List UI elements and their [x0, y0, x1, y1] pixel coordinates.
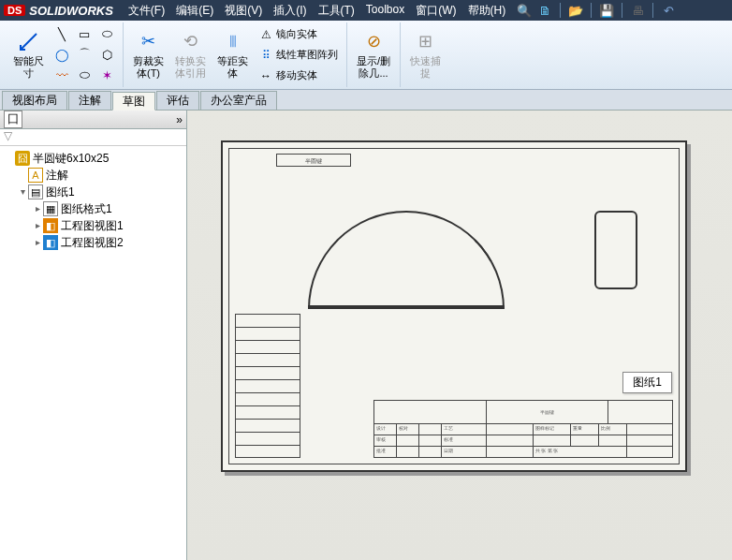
offset-button[interactable]: ⫴ 等距实 体: [213, 24, 252, 85]
revision-table: [235, 314, 300, 458]
sheet-badge[interactable]: 图纸1: [622, 372, 672, 393]
menu-file[interactable]: 文件(F): [123, 3, 170, 19]
tb-cell: 工艺: [442, 423, 487, 435]
rev-row: [235, 340, 300, 353]
search-icon[interactable]: 🔍: [517, 3, 532, 18]
menu-help[interactable]: 帮助(H): [462, 3, 512, 19]
tb-cell: 比例: [599, 423, 627, 435]
title-bar: DS SOLIDWORKS 文件(F) 编辑(E) 视图(V) 插入(I) 工具…: [0, 0, 732, 21]
move-button[interactable]: ↔移动实体: [256, 66, 341, 85]
menu-toolbox[interactable]: Toolbox: [360, 3, 410, 19]
separator: [591, 3, 592, 18]
tb-cell: [374, 401, 487, 423]
ellipse-icon[interactable]: ⬭: [74, 66, 95, 84]
quick-snap-icon: ⊞: [415, 31, 437, 53]
tab-view-layout[interactable]: 视图布局: [2, 91, 67, 110]
polygon-icon[interactable]: ⬡: [96, 45, 117, 64]
convert-label: 转换实 体引用: [175, 55, 206, 80]
tab-office[interactable]: 办公室产品: [200, 91, 277, 110]
tab-sketch[interactable]: 草图: [112, 92, 155, 111]
mirror-button[interactable]: ⚠镜向实体: [256, 24, 341, 44]
drawing-canvas[interactable]: 半圆键 半圆键: [187, 111, 732, 560]
filter-bar[interactable]: ▽: [0, 129, 186, 146]
separator: [652, 3, 653, 18]
undo-icon[interactable]: ↶: [661, 3, 676, 18]
tb-cell: [397, 435, 419, 446]
point-icon[interactable]: ✶: [96, 66, 117, 84]
quick-snap-label: 快速捕 捉: [410, 55, 441, 80]
rev-row: [235, 353, 300, 366]
linear-pattern-button[interactable]: ⠿线性草图阵列: [256, 45, 341, 65]
ribbon: 智能尺 寸 ╲ ▭ ⬭ ◯ ⌒ ⬡ 〰 ⬭ ✶ ✂ 剪裁实 体(T) ⟲ 转换实…: [0, 21, 732, 90]
menu-view[interactable]: 视图(V): [219, 3, 268, 19]
menu-edit[interactable]: 编辑(E): [170, 3, 219, 19]
arc-icon[interactable]: ⌒: [74, 45, 95, 64]
show-hide-button[interactable]: ⊘ 显示/删 除几...: [353, 24, 394, 85]
half-round-key-view[interactable]: [308, 211, 505, 309]
rev-row: [235, 419, 300, 432]
trim-button[interactable]: ✂ 剪裁实 体(T): [129, 24, 168, 85]
tree-root[interactable]: 囧 半圆键6x10x25: [2, 150, 184, 167]
tree-annotations[interactable]: A 注解: [2, 167, 184, 184]
tb-cell: [627, 435, 672, 446]
menu-insert[interactable]: 插入(I): [268, 3, 312, 19]
menu-tools[interactable]: 工具(T): [313, 3, 360, 19]
spline-icon[interactable]: 〰: [51, 66, 72, 84]
title-block-table: 半圆键 设计 校对 工艺 图样标记 重量 比例: [373, 400, 673, 458]
slot-icon[interactable]: ⬭: [96, 24, 117, 43]
tab-annotation[interactable]: 注解: [68, 91, 111, 110]
circle-icon[interactable]: ◯: [51, 45, 72, 64]
twist-icon[interactable]: ▾: [17, 184, 28, 200]
tb-cell: 标准: [442, 435, 487, 446]
pattern-buttons: ⚠镜向实体 ⠿线性草图阵列 ↔移动实体: [256, 24, 341, 85]
twist-icon[interactable]: ▸: [32, 234, 43, 251]
twist-icon[interactable]: ▸: [32, 217, 43, 234]
panel-tab-icon[interactable]: 囗: [4, 111, 22, 128]
sheet-title-block: 半圆键: [276, 154, 351, 167]
linear-pattern-icon: ⠿: [258, 48, 273, 63]
tb-cell: 日期: [442, 446, 487, 457]
tree-sheet-format-label: 图纸格式1: [61, 200, 112, 217]
new-doc-icon[interactable]: 🗎: [537, 3, 552, 18]
print-icon[interactable]: 🖶: [630, 3, 645, 18]
tree-sheet-label: 图纸1: [46, 184, 75, 200]
rectangle-icon[interactable]: ▭: [74, 24, 95, 43]
separator: [622, 3, 622, 18]
line-icon[interactable]: ╲: [51, 24, 72, 43]
feature-manager-panel: 囗 » ▽ 囧 半圆键6x10x25 A 注解 ▾ ▤ 图纸1 ▸ ▦: [0, 111, 187, 560]
drawing-view-icon: ◧: [43, 218, 58, 233]
brand-logo: DS: [4, 5, 25, 16]
smart-dimension-label: 智能尺 寸: [13, 55, 44, 80]
sheet-format-icon: ▦: [43, 201, 58, 216]
tb-cell: 设计: [374, 423, 397, 435]
tb-cell: [627, 446, 672, 457]
tb-cell: [534, 435, 571, 446]
feature-tree: 囧 半圆键6x10x25 A 注解 ▾ ▤ 图纸1 ▸ ▦ 图纸格式1 ▸ ◧: [0, 146, 186, 560]
save-icon[interactable]: 💾: [599, 3, 614, 18]
tree-sheet-format[interactable]: ▸ ▦ 图纸格式1: [2, 200, 184, 217]
tree-sheet[interactable]: ▾ ▤ 图纸1: [2, 184, 184, 200]
twist-icon[interactable]: ▸: [32, 200, 43, 217]
rev-row: [235, 327, 300, 340]
tb-cell: [487, 435, 534, 446]
sheet-icon: ▤: [28, 184, 43, 199]
smart-dimension-button[interactable]: 智能尺 寸: [9, 24, 48, 85]
trim-label: 剪裁实 体(T): [133, 55, 164, 80]
sheet-inner-frame: 半圆键 半圆键: [228, 148, 680, 464]
tree-drawing-view-2[interactable]: ▸ ◧ 工程图视图2: [2, 234, 184, 251]
filter-icon: ▽: [4, 129, 12, 142]
show-hide-label: 显示/删 除几...: [357, 55, 390, 80]
menu-window[interactable]: 窗口(W): [410, 3, 461, 19]
tree-root-label: 半圆键6x10x25: [33, 150, 109, 167]
offset-icon: ⫴: [222, 31, 244, 53]
tree-drawing-view-1[interactable]: ▸ ◧ 工程图视图1: [2, 217, 184, 234]
tb-cell: 批准: [374, 446, 397, 457]
convert-icon: ⟲: [180, 31, 202, 53]
open-icon[interactable]: 📂: [568, 3, 583, 18]
tree-drawing-view-1-label: 工程图视图1: [61, 217, 124, 234]
rect-key-view[interactable]: [594, 211, 637, 289]
rev-row: [235, 432, 300, 445]
panel-expand-icon[interactable]: »: [176, 113, 183, 126]
tb-cell: [487, 423, 534, 435]
tab-evaluate[interactable]: 评估: [156, 91, 199, 110]
